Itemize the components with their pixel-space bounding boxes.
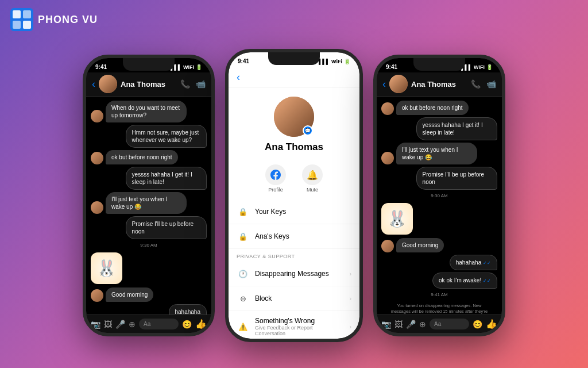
contact-name-right[interactable]: Ana Thomas (411, 80, 471, 89)
mic-icon-left[interactable]: 🎤 (115, 320, 125, 329)
block-icon: ⊖ (237, 292, 249, 305)
notch-center (268, 52, 320, 65)
chat-header-right: ‹ Ana Thomas 📞 📹 (377, 72, 502, 97)
msg-r-6: hahahaha ✓✓ (381, 255, 497, 270)
messenger-badge: 💬 (303, 125, 313, 136)
back-arrow-right[interactable]: ‹ (382, 78, 386, 90)
disappear-notice: You turned on disappearing messages. New… (381, 301, 497, 315)
timestamp-r-2: 9:41 AM (381, 291, 497, 298)
back-arrow-center[interactable]: ‹ (237, 71, 240, 83)
anas-keys-label: Ana's Keys (255, 232, 351, 240)
bubble-r-5: Good morning (396, 238, 444, 252)
bubble-r-7: ok ok I'm awake! ✓✓ (432, 273, 497, 288)
msg-row-7: Good morning (91, 288, 207, 302)
profile-action-mute[interactable]: 🔔 Mute (302, 164, 323, 193)
msg-row-2: Hmm not sure, maybe just whenever we wak… (91, 125, 207, 148)
avatar-r-5 (381, 240, 394, 252)
warning-icon: ⚠️ (237, 320, 249, 333)
profile-avatar-area: 💬 Ana Thomas (229, 87, 359, 160)
msg-r-7: ok ok I'm awake! ✓✓ (381, 273, 497, 288)
profile-header: ‹ (229, 67, 359, 87)
menu-report[interactable]: ⚠️ Something's Wrong Give Feedback or Re… (229, 311, 359, 339)
bubble-r-4: Promise I'll be up before noon (416, 167, 497, 190)
bubble-r-2: yessss hahaha I get it! I sleep in late! (416, 117, 497, 140)
menu-block[interactable]: ⊖ Block › (229, 286, 359, 311)
msg-row-8: hahahaha (91, 304, 207, 315)
notch-left (123, 58, 175, 71)
image-icon-left[interactable]: 🖼 (104, 320, 112, 329)
video-icon-left[interactable]: 📹 (196, 79, 206, 89)
menu-disappearing[interactable]: 🕐 Disappearing Messages › (229, 262, 359, 286)
mute-icon: 🔔 (302, 164, 323, 185)
phone-center: 9:41 ▌▌▌ WiFi 🔋 ‹ 💬 (225, 49, 363, 342)
time-center: 9:41 (238, 58, 249, 64)
bubble-3: ok but before noon right (106, 150, 178, 164)
emoji-icon-left[interactable]: 😊 (182, 320, 192, 329)
bubble-r-6: hahahaha ✓✓ (450, 255, 497, 270)
bubble-6: Promise I'll be up before noon (126, 216, 207, 239)
logo-icon (10, 8, 33, 31)
screen-right: 9:41 ▌▌▌ WiFi 🔋 ‹ Ana Thomas 📞 (377, 58, 502, 333)
back-arrow-left[interactable]: ‹ (92, 78, 95, 90)
chevron-block: › (350, 296, 351, 302)
privacy-section-label: PRIVACY & SUPPORT (229, 249, 359, 262)
phone-icon-right[interactable]: 📞 (471, 79, 481, 89)
msg-r-2: yessss hahaha I get it! I sleep in late! (381, 117, 497, 140)
sticker-left: 🐰 (91, 252, 122, 284)
sticker-right: 🐰 (381, 203, 413, 235)
msg-row-6: Promise I'll be up before noon (91, 216, 207, 239)
attach-icon-left[interactable]: ⊕ (129, 320, 136, 329)
report-label: Something's Wrong (255, 317, 344, 325)
menu-your-keys[interactable]: 🔒 Your Keys (229, 200, 359, 224)
message-input-left[interactable]: Aa (139, 319, 179, 329)
avatar-r-3 (381, 152, 394, 164)
your-keys-label: Your Keys (255, 208, 351, 216)
screen-left: 9:41 ▌▌▌ WiFi 🔋 ‹ Ana Thomas 📞 (86, 58, 211, 333)
image-icon-right[interactable]: 🖼 (394, 320, 403, 329)
avatar-msg-3 (91, 152, 103, 164)
mute-label: Mute (307, 187, 318, 193)
mic-icon-right[interactable]: 🎤 (406, 320, 416, 329)
attach-icon-right[interactable]: ⊕ (419, 320, 426, 329)
facebook-icon (265, 164, 286, 185)
phone-icon-left[interactable]: 📞 (180, 79, 190, 89)
camera-icon-left[interactable]: 📷 (91, 320, 100, 329)
menu-anas-keys[interactable]: 🔒 Ana's Keys (229, 224, 359, 249)
contact-name-left[interactable]: Ana Thomas (121, 80, 180, 89)
emoji-icon-right[interactable]: 😊 (473, 320, 482, 329)
svg-rect-4 (23, 21, 31, 29)
disappearing-label: Disappearing Messages (255, 270, 344, 278)
phone-right: 9:41 ▌▌▌ WiFi 🔋 ‹ Ana Thomas 📞 (373, 55, 505, 336)
avatar-msg-1 (91, 110, 103, 122)
video-icon-right[interactable]: 📹 (486, 79, 496, 89)
profile-action-fb[interactable]: Profile (265, 164, 286, 193)
avatar-r-1 (381, 102, 394, 115)
header-icons-right: 📞 📹 (471, 79, 496, 89)
messages-right: ok but before noon right yessss hahaha I… (377, 97, 502, 315)
msg-row-5: I'll just text you when I wake up 😂 (91, 192, 207, 214)
time-left: 9:41 (95, 64, 107, 70)
screen-center: 9:41 ▌▌▌ WiFi 🔋 ‹ 💬 (229, 52, 359, 339)
message-input-right[interactable]: Aa (430, 319, 469, 329)
sticker-area-left: 🐰 (91, 251, 207, 285)
like-icon-right[interactable]: 👍 (486, 319, 497, 329)
timestamp-r-1: 9:30 AM (381, 192, 497, 200)
time-right: 9:41 (386, 64, 397, 70)
notch-right (413, 58, 465, 71)
bottom-toolbar-right: 📷 🖼 🎤 ⊕ Aa 😊 👍 (377, 315, 502, 333)
avatar-right (389, 75, 408, 93)
messages-left: When do you want to meet up tomorrow? Hm… (86, 97, 211, 315)
chevron-disappearing: › (350, 271, 351, 277)
camera-icon-right[interactable]: 📷 (381, 320, 391, 329)
key-icon-1: 🔒 (237, 205, 249, 218)
profile-name: Ana Thomas (265, 141, 323, 153)
timestamp-1: 9:30 AM (91, 241, 207, 249)
avatar-left (99, 75, 117, 93)
clock-icon: 🕐 (237, 267, 249, 280)
like-icon-left[interactable]: 👍 (195, 319, 207, 329)
profile-label: Profile (268, 187, 283, 193)
logo: PHONG VU (10, 8, 98, 31)
msg-r-1: ok but before noon right (381, 101, 497, 115)
msg-row-3: ok but before noon right (91, 150, 207, 164)
profile-avatar: 💬 (274, 97, 314, 137)
